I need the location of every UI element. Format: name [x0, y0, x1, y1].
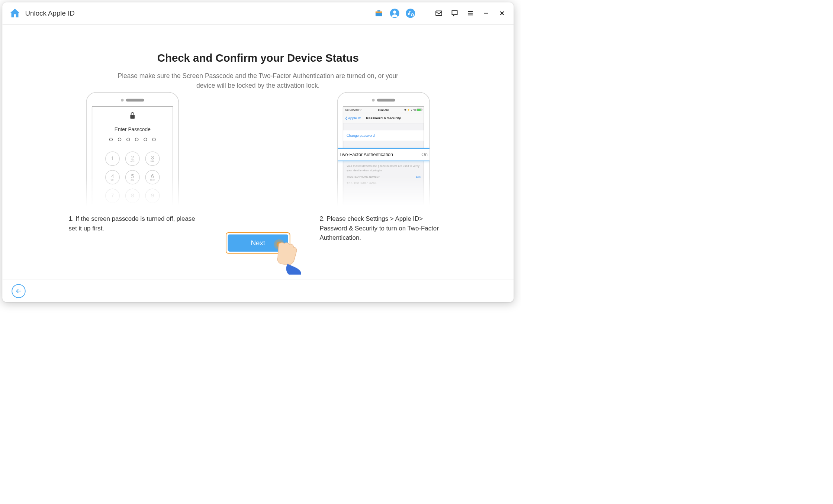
svg-rect-1	[376, 12, 382, 13]
phone-illustrations: Enter Passcode 1 2ABC 3DEF 4GHI 5JKL 6MN…	[68, 92, 447, 243]
chat-icon[interactable]	[450, 8, 460, 19]
svg-rect-8	[436, 11, 442, 15]
home-icon[interactable]	[9, 7, 21, 19]
nav-header: Apple ID Password & Security	[343, 113, 424, 123]
subtext: Please make sure the Screen Passcode and…	[112, 71, 405, 91]
status-bar: No Service ᯤ 8:22 AM ✱ ⚡ 77%	[343, 107, 424, 113]
svg-rect-2	[377, 10, 380, 12]
headline: Check and Confirm your Device Status	[157, 51, 359, 64]
tfa-footnote: Your trusted devices and phone numbers a…	[343, 161, 424, 175]
tfa-label: Two-Factor Authentication	[340, 152, 393, 157]
footer-bar	[2, 280, 514, 302]
enter-passcode-label: Enter Passcode	[115, 127, 151, 133]
trusted-phone-number: +86 158 1387 3241	[343, 178, 424, 188]
phone-passcode-frame: Enter Passcode 1 2ABC 3DEF 4GHI 5JKL 6MN…	[86, 92, 179, 206]
user-icon[interactable]	[390, 8, 400, 19]
caption-right: 2. Please check Settings > Apple ID> Pas…	[319, 214, 447, 242]
edit-label: Edit	[416, 175, 421, 178]
next-button-highlight: Next	[226, 232, 290, 254]
phone-tfa-frame: No Service ᯤ 8:22 AM ✱ ⚡ 77% Apple ID Pa…	[337, 92, 430, 206]
music-search-icon[interactable]	[405, 8, 416, 19]
page-title: Unlock Apple ID	[25, 9, 75, 17]
change-password-cell: Change password	[343, 130, 424, 141]
svg-rect-15	[130, 115, 135, 119]
nav-back: Apple ID	[345, 116, 361, 120]
lock-icon	[129, 112, 136, 120]
next-button[interactable]: Next	[228, 235, 289, 252]
title-bar: Unlock Apple ID	[2, 2, 514, 25]
main-content: Check and Confirm your Device Status Ple…	[2, 25, 514, 280]
app-window: Unlock Apple ID	[2, 2, 514, 302]
caption-left: 1. If the screen passcode is turned off,…	[68, 214, 196, 233]
svg-point-4	[393, 10, 396, 13]
minimize-icon[interactable]	[481, 8, 492, 19]
trusted-phone-header: TRUSTED PHONE NUMBER Edit	[343, 175, 424, 178]
passcode-screen: Enter Passcode 1 2ABC 3DEF 4GHI 5JKL 6MN…	[92, 106, 173, 206]
phone-tfa-column: No Service ᯤ 8:22 AM ✱ ⚡ 77% Apple ID Pa…	[319, 92, 447, 243]
tfa-value: On	[421, 152, 428, 157]
nav-title: Password & Security	[366, 116, 401, 120]
passcode-dots	[109, 138, 156, 141]
toolbox-icon[interactable]	[374, 8, 384, 19]
menu-icon[interactable]	[465, 8, 476, 19]
toolbar-right	[374, 8, 507, 19]
phone-passcode-column: Enter Passcode 1 2ABC 3DEF 4GHI 5JKL 6MN…	[68, 92, 196, 243]
keypad: 1 2ABC 3DEF 4GHI 5JKL 6MNO 7 8 9	[105, 152, 160, 203]
tfa-screen: No Service ᯤ 8:22 AM ✱ ⚡ 77% Apple ID Pa…	[343, 106, 424, 206]
mail-icon[interactable]	[434, 8, 444, 19]
close-icon[interactable]	[497, 8, 507, 19]
back-button[interactable]	[12, 284, 26, 298]
two-factor-row: Two-Factor Authentication On	[337, 148, 430, 161]
next-button-area: Next	[226, 232, 290, 254]
